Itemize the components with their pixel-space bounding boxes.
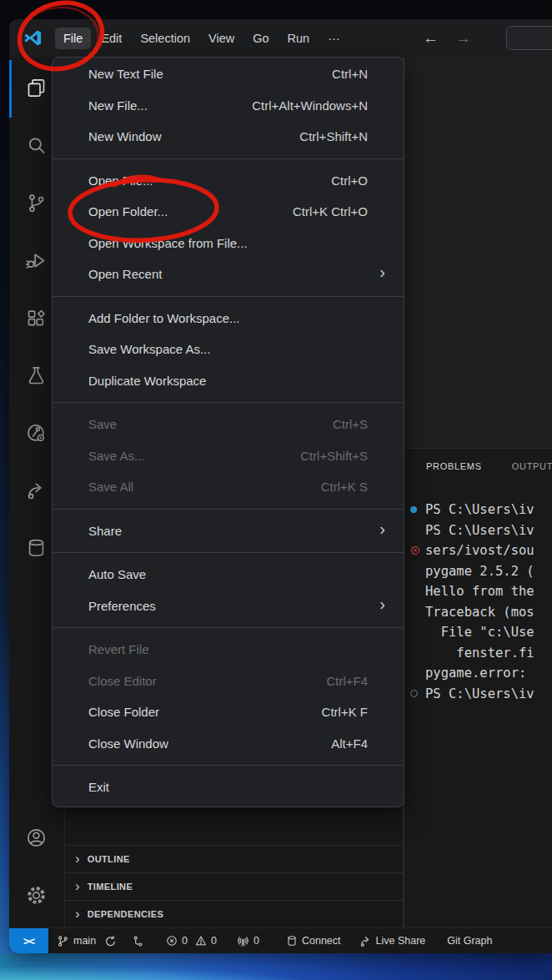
tab-output[interactable]: OUTPUT [512,461,552,471]
menu-separator [53,153,404,165]
section-label: TIMELINE [88,882,133,892]
problems-status[interactable]: 0 0 [166,935,217,947]
terminal-line: Traceback (mos [404,602,552,623]
ports-status[interactable]: 0 [237,935,259,947]
explorer-icon[interactable] [25,77,48,99]
chevron-right-icon: › [75,879,80,893]
git-graph-label: Git Graph [447,935,492,947]
live-share-button[interactable]: Live Share [359,935,426,947]
database-icon[interactable] [25,537,48,560]
error-circle-icon [410,545,420,555]
git-graph-button[interactable]: Git Graph [447,935,492,947]
menu-item-close-editor: Close EditorCtrl+F4 [53,666,404,697]
ports-count: 0 [253,935,259,947]
desktop-wallpaper-bottom [0,953,552,980]
menubar-selection[interactable]: Selection [132,28,198,49]
tab-problems[interactable]: PROBLEMS [426,461,482,471]
branch-name: main [73,935,96,947]
extensions-icon[interactable] [25,307,48,329]
menu-item-auto-save[interactable]: Auto Save [53,559,404,591]
menu-item-close-window[interactable]: Close WindowAlt+F4 [53,728,404,760]
menu-separator [53,396,404,409]
menu-item-revert-file: Revert File [53,634,404,666]
warning-count-icon [195,935,207,947]
sidebar-section-timeline[interactable]: › TIMELINE [65,872,403,900]
live-share-label: Live Share [376,935,426,947]
menu-item-preferences[interactable]: Preferences [53,591,404,622]
error-count: 0 [182,935,188,947]
menu-separator [53,503,404,515]
title-bar: File Edit Selection View Go Run ··· ← → [9,19,552,57]
section-label: DEPENDENCIES [88,909,164,919]
database-small-icon [286,935,298,947]
vscode-logo-icon [23,28,43,48]
terminal-line: PS C:\Users\iv [404,520,552,541]
terminal-line: sers/ivost/sou [404,540,552,561]
menu-item-save-all: Save AllCtrl+K S [53,471,404,503]
editor-area [404,57,552,448]
terminal-line: fenster.fi [404,643,552,664]
menubar-edit[interactable]: Edit [93,28,130,49]
menu-item-new-text-file[interactable]: New Text FileCtrl+N [53,58,404,90]
sidebar-section-outline[interactable]: › OUTLINE [65,845,403,872]
submenu-chevron-icon [379,520,385,537]
menu-item-add-folder-to-workspace[interactable]: Add Folder to Workspace... [53,303,404,334]
connect-button[interactable]: Connect [286,935,341,947]
settings-gear-icon[interactable] [25,884,48,907]
menubar-go[interactable]: Go [244,28,277,49]
terminal-line: Hello from the [404,581,552,602]
menu-item-open-workspace-from-file[interactable]: Open Workspace from File... [53,228,404,259]
menu-item-save-workspace-as[interactable]: Save Workspace As... [53,334,404,365]
menu-separator [53,290,404,303]
command-center-search[interactable] [506,26,552,50]
terminal-output: PS C:\Users\iv PS C:\Users\iv sers/ivost… [404,500,552,704]
submenu-chevron-icon [379,264,385,280]
menu-item-close-folder[interactable]: Close FolderCtrl+K F [53,696,404,728]
remote-indicator[interactable]: >< [9,928,48,954]
commit-graph-button[interactable] [132,935,144,947]
blue-dot-icon [410,506,417,513]
branch-icon [57,935,69,947]
open-circle-icon [410,690,418,697]
menubar-more[interactable]: ··· [319,28,349,49]
source-control-icon[interactable] [25,192,48,214]
submenu-chevron-icon [379,596,385,612]
accounts-icon[interactable] [25,827,48,849]
live-share-small-icon [359,935,372,947]
menubar-file[interactable]: File [55,28,91,49]
sync-button[interactable] [104,935,117,947]
menu-item-open-folder[interactable]: Open Folder...Ctrl+K Ctrl+O [53,196,404,228]
sidebar-section-dependencies[interactable]: › DEPENDENCIES [65,900,403,927]
live-share-icon[interactable] [25,480,48,502]
menu-item-duplicate-workspace[interactable]: Duplicate Workspace [53,365,404,397]
section-label: OUTLINE [88,854,130,864]
terminal-line: File "c:\Use [404,622,552,643]
gitlens-inspect-icon[interactable] [25,422,48,445]
menu-item-exit[interactable]: Exit [53,771,404,803]
menu-item-share[interactable]: Share [53,515,404,547]
terminal-line: PS C:\Users\iv [404,500,552,520]
nav-forward-icon[interactable]: → [455,30,471,46]
menubar-run[interactable]: Run [279,28,319,49]
testing-icon[interactable] [25,364,48,387]
menu-item-save-as: Save As...Ctrl+Shift+S [53,440,404,472]
terminal-line: pygame.error: [404,663,552,684]
chevron-right-icon: › [75,852,80,866]
menu-item-open-file[interactable]: Open File...Ctrl+O [53,165,404,197]
error-count-icon [166,935,178,947]
menu-item-new-window[interactable]: New WindowCtrl+Shift+N [53,121,404,153]
menu-item-open-recent[interactable]: Open Recent [53,259,404,290]
terminal-line: pygame 2.5.2 ( [404,561,552,582]
commit-graph-icon [132,935,144,947]
branch-status[interactable]: main [57,935,96,947]
sync-icon [104,935,117,947]
connect-label: Connect [302,935,341,947]
menubar-view[interactable]: View [200,28,243,49]
menu-separator [53,759,404,771]
nav-back-icon[interactable]: ← [423,30,439,46]
menu-item-new-file[interactable]: New File...Ctrl+Alt+Windows+N [53,90,404,122]
search-icon[interactable] [25,134,48,157]
menu-separator [53,621,404,634]
run-and-debug-icon[interactable] [25,249,48,272]
status-bar: >< main 0 0 [9,927,552,953]
